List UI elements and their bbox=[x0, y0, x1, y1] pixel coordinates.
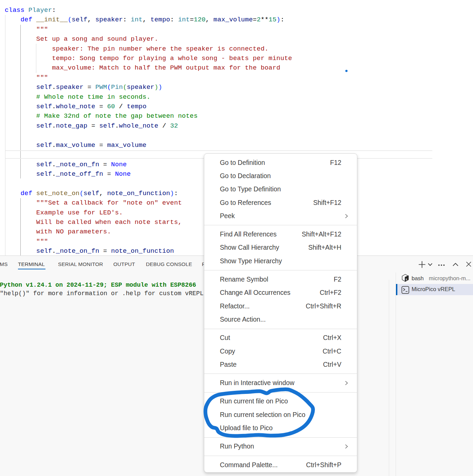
svg-text:$: $ bbox=[406, 278, 408, 281]
